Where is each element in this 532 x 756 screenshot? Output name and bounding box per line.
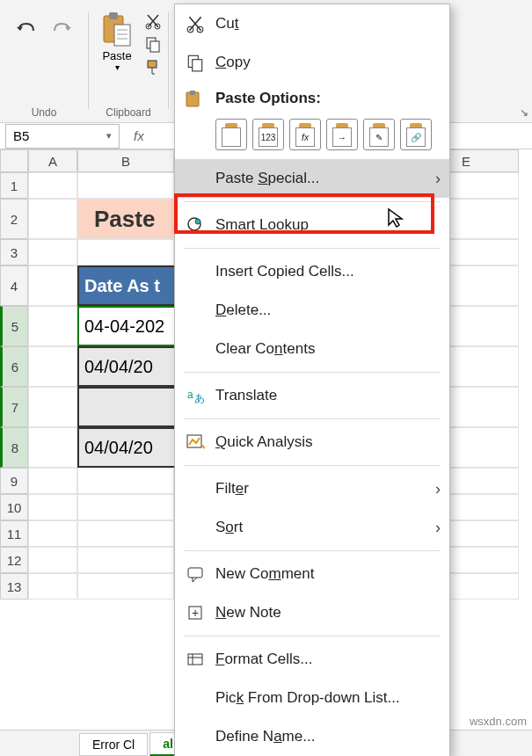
paste-opt-transpose[interactable]: →: [326, 119, 358, 150]
ctx-format-cells[interactable]: Format Cells...: [175, 640, 449, 679]
ctx-label: Filter: [215, 480, 249, 498]
ctx-label: Translate: [215, 387, 277, 404]
ctx-label: Delete...: [215, 302, 271, 319]
col-header[interactable]: B: [77, 149, 174, 172]
format-painter-icon[interactable]: [144, 58, 162, 76]
comment-icon: [184, 563, 207, 585]
ctx-label: Define Name...: [215, 728, 315, 745]
ctx-delete[interactable]: Delete...: [175, 291, 449, 330]
row-header[interactable]: 11: [0, 520, 28, 547]
ctx-copy[interactable]: Copy: [175, 43, 449, 82]
paste-options-row: 123 fx → ✎ 🔗: [175, 115, 449, 159]
svg-text:あ: あ: [194, 392, 205, 404]
cut-icon: [184, 12, 207, 35]
ctx-label: Pick From Drop-down List...: [215, 689, 400, 707]
paste-opt-formulas[interactable]: fx: [289, 119, 321, 150]
font-dialog-launcher-icon[interactable]: ↘: [520, 106, 528, 119]
row-header[interactable]: 2: [0, 199, 28, 239]
ctx-quick-analysis[interactable]: Quick Analysis: [175, 423, 449, 462]
undo-group-label: Undo: [32, 103, 57, 122]
ctx-define-name[interactable]: Define Name...: [175, 717, 449, 756]
chevron-right-icon: ›: [435, 519, 441, 537]
name-box[interactable]: B5 ▾: [5, 124, 120, 149]
cut-icon[interactable]: [144, 12, 162, 30]
ctx-paste-special[interactable]: Paste Special... ›: [175, 159, 449, 198]
ctx-label: Cut: [215, 15, 238, 33]
ctx-clear-contents[interactable]: Clear Contents: [175, 330, 449, 368]
copy-icon[interactable]: [144, 35, 162, 53]
row-header[interactable]: 1: [0, 172, 28, 199]
paste-opt-all[interactable]: [215, 119, 247, 150]
quick-analysis-icon: [184, 431, 207, 454]
ctx-pick-list[interactable]: Pick From Drop-down List...: [175, 679, 449, 717]
ctx-sort[interactable]: Sort ›: [175, 508, 449, 547]
name-box-value: B5: [13, 128, 29, 143]
format-cells-icon: [184, 648, 207, 671]
undo-group: Undo: [0, 7, 88, 122]
row-header[interactable]: 13: [0, 573, 28, 600]
clipboard-group: Paste ▾ Clipboard: [89, 7, 168, 122]
svg-rect-17: [193, 60, 202, 71]
paste-dropdown-icon[interactable]: ▾: [115, 62, 120, 72]
select-all-corner[interactable]: [0, 149, 28, 172]
ctx-label: Sort: [215, 519, 243, 536]
paste-opt-values[interactable]: 123: [252, 119, 284, 150]
sheet-tab[interactable]: Error Cl: [79, 733, 148, 756]
undo-button[interactable]: [9, 16, 42, 42]
fx-icon[interactable]: fx: [134, 128, 144, 143]
cursor-icon: [387, 207, 404, 229]
row-header[interactable]: 12: [0, 547, 28, 573]
paste-opt-link[interactable]: 🔗: [400, 119, 432, 150]
svg-point-21: [195, 219, 200, 224]
note-icon: +: [184, 601, 207, 624]
svg-text:+: +: [192, 606, 199, 620]
ctx-filter[interactable]: Filter ›: [175, 469, 449, 508]
ctx-label: Smart Lookup: [215, 216, 309, 234]
translate-icon: aあ: [184, 384, 207, 407]
name-box-dropdown-icon[interactable]: ▾: [106, 130, 112, 142]
row-header[interactable]: 10: [0, 494, 28, 520]
ctx-label: New Comment: [215, 565, 314, 583]
row-header[interactable]: 7: [0, 387, 28, 427]
ctx-new-note[interactable]: + New Note: [175, 593, 449, 632]
ctx-translate[interactable]: aあ Translate: [175, 376, 449, 415]
paste-label: Paste: [102, 49, 131, 62]
copy-icon: [184, 51, 207, 74]
chevron-right-icon: ›: [435, 170, 441, 188]
paste-button[interactable]: Paste ▾: [95, 7, 139, 76]
ctx-label: Copy: [215, 54, 251, 71]
smart-lookup-icon: [184, 214, 207, 236]
ctx-label: New Note: [215, 604, 281, 622]
clipboard-group-label: Clipboard: [106, 103, 150, 122]
ctx-new-comment[interactable]: New Comment: [175, 555, 449, 593]
ctx-cut[interactable]: Cut: [175, 4, 449, 43]
watermark: wsxdn.com: [470, 715, 527, 728]
ctx-label: Format Cells...: [215, 651, 313, 668]
ctx-insert-copied[interactable]: Insert Copied Cells...: [175, 252, 449, 291]
ctx-label: Clear Contents: [215, 340, 315, 358]
ctx-label: Paste Special...: [215, 170, 319, 187]
clipboard-icon: [184, 89, 203, 108]
paste-opt-formatting[interactable]: ✎: [363, 119, 395, 150]
svg-rect-19: [190, 91, 195, 95]
row-header[interactable]: 5: [0, 306, 28, 346]
ctx-label: Insert Copied Cells...: [215, 263, 354, 280]
row-header[interactable]: 4: [0, 265, 28, 306]
chevron-right-icon: ›: [435, 480, 441, 498]
svg-rect-9: [150, 41, 159, 52]
row-header[interactable]: 8: [0, 427, 28, 468]
row-header[interactable]: 6: [0, 346, 28, 387]
ctx-paste-options-header: Paste Options:: [175, 82, 449, 115]
svg-rect-25: [188, 568, 202, 578]
row-header[interactable]: 3: [0, 239, 28, 265]
col-header[interactable]: A: [28, 149, 77, 172]
svg-rect-1: [109, 12, 118, 19]
ctx-smart-lookup[interactable]: Smart Lookup: [175, 206, 449, 244]
paste-icon: [100, 11, 134, 49]
svg-rect-28: [188, 654, 202, 665]
ctx-label: Quick Analysis: [215, 433, 313, 451]
redo-button[interactable]: [46, 16, 79, 42]
row-header[interactable]: 9: [0, 468, 28, 494]
context-menu: Cut Copy Paste Options: 123 fx → ✎ 🔗 Pas…: [174, 4, 450, 756]
svg-rect-2: [114, 25, 130, 46]
